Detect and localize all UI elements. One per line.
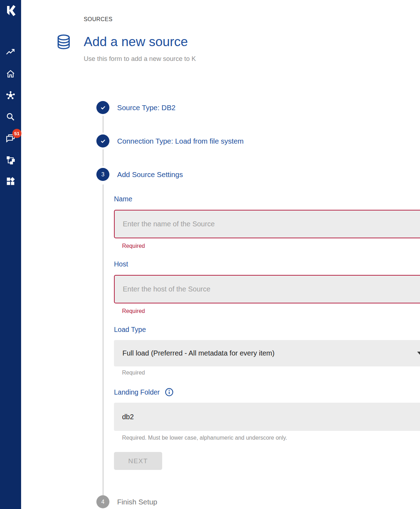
sidebar-item-search[interactable] — [5, 112, 16, 122]
load-type-label: Load Type — [114, 326, 420, 334]
landing-folder-label-row: Landing Folder — [114, 388, 420, 397]
stepper: Source Type: DB2 Connection Type: Load f… — [96, 101, 420, 508]
load-type-select[interactable]: Full load (Preferred - All metadata for … — [114, 340, 420, 366]
search-icon — [6, 112, 15, 122]
step-connector — [103, 149, 103, 166]
name-field-label: Name — [114, 195, 420, 203]
name-field-group: Name Required — [114, 195, 420, 249]
sidebar-item-home[interactable] — [5, 69, 16, 79]
sidebar-item-apps[interactable] — [5, 176, 16, 187]
hub-icon — [6, 90, 15, 100]
page-subtitle: Use this form to add a new source to K — [84, 55, 420, 63]
next-button[interactable]: NEXT — [114, 452, 162, 470]
check-icon — [100, 104, 107, 111]
step-3-circle: 3 — [96, 168, 109, 181]
source-settings-form: Name Required Host Required Load Type Fu… — [114, 195, 420, 470]
main-content: SOURCES Add a new source Use this form t… — [21, 0, 420, 509]
widgets-icon — [6, 176, 15, 186]
check-icon — [100, 138, 107, 145]
step-connection-type[interactable]: Connection Type: Load from file system — [96, 134, 420, 147]
step-3-content: Name Required Host Required Load Type Fu… — [103, 184, 420, 495]
host-field-group: Host Required — [114, 260, 420, 314]
load-type-field-group: Load Type Full load (Preferred - All met… — [114, 326, 420, 376]
name-input[interactable] — [114, 210, 420, 238]
step-source-type[interactable]: Source Type: DB2 — [96, 101, 420, 114]
landing-folder-input[interactable] — [114, 403, 420, 431]
load-type-value: Full load (Preferred - All metadata for … — [122, 349, 274, 357]
sidebar-item-trends[interactable] — [5, 47, 16, 58]
info-icon[interactable] — [165, 388, 174, 397]
host-field-label: Host — [114, 260, 420, 268]
page-title: Add a new source — [84, 34, 420, 50]
step-2-label: Connection Type: Load from file system — [117, 137, 244, 145]
home-icon — [6, 69, 15, 79]
chevron-down-icon — [417, 352, 420, 355]
tree-icon — [6, 155, 15, 165]
app-logo[interactable] — [4, 4, 18, 18]
step-add-source-settings[interactable]: 3 Add Source Settings — [96, 168, 420, 181]
step-2-circle — [96, 134, 109, 147]
sidebar-item-hub[interactable] — [5, 90, 16, 101]
database-icon — [56, 34, 72, 53]
step-3-label: Add Source Settings — [117, 170, 183, 179]
app-root: 51 — [0, 0, 420, 509]
k-logo-icon — [4, 4, 18, 18]
host-required-text: Required — [122, 308, 420, 314]
landing-folder-field-group: Landing Folder Required. Must be lower c… — [114, 388, 420, 441]
sidebar-item-lineage[interactable] — [5, 155, 16, 165]
notification-badge: 51 — [12, 129, 21, 138]
sidebar-item-chat[interactable]: 51 — [5, 133, 16, 144]
trending-up-icon — [6, 48, 15, 57]
host-input[interactable] — [114, 275, 420, 303]
step-1-circle — [96, 101, 109, 114]
step-connector — [103, 116, 103, 133]
sidebar-nav: 51 — [5, 47, 16, 187]
name-required-text: Required — [122, 243, 420, 249]
landing-folder-helper-text: Required. Must be lower case, alphanumer… — [122, 435, 420, 441]
step-finish-setup: 4 Finish Setup — [96, 495, 420, 508]
sidebar: 51 — [0, 0, 21, 509]
step-4-label: Finish Setup — [117, 498, 157, 506]
breadcrumb: SOURCES — [84, 16, 420, 23]
landing-folder-label: Landing Folder — [114, 388, 160, 396]
load-type-required-text: Required — [122, 370, 420, 376]
step-4-circle: 4 — [96, 495, 109, 508]
step-1-label: Source Type: DB2 — [117, 103, 176, 112]
